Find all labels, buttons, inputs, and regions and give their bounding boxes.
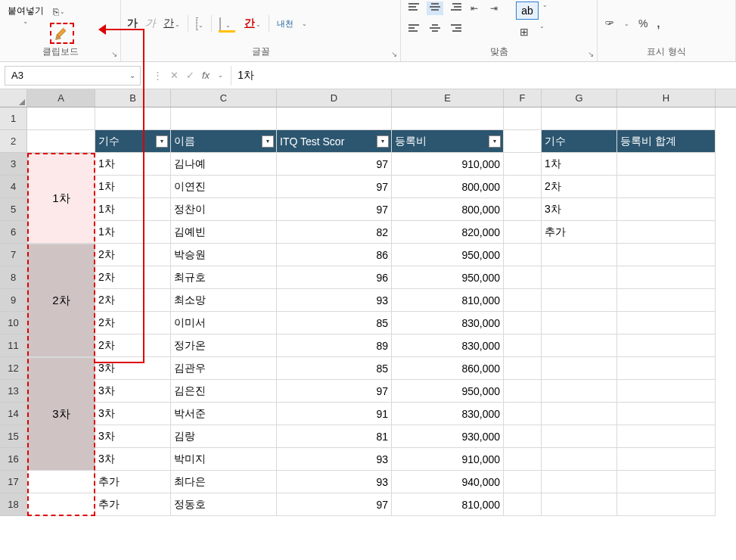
row-header[interactable]: 18 [0, 493, 27, 516]
align-left-button[interactable] [407, 23, 424, 36]
percent-format-button[interactable]: % [638, 17, 647, 30]
row-header[interactable]: 6 [0, 221, 27, 244]
align-middle-button[interactable] [427, 2, 443, 15]
col-header-B[interactable]: B [95, 89, 171, 107]
align-bottom-button[interactable] [446, 2, 463, 15]
copy-button[interactable]: ⎘⌄ [50, 3, 68, 20]
row-header[interactable]: 16 [0, 448, 27, 471]
name-box-value: A3 [11, 70, 23, 81]
accept-formula-icon[interactable]: ✓ [186, 70, 194, 81]
chevron-down-icon: ⌄ [23, 17, 29, 25]
align-center-button[interactable] [427, 23, 443, 36]
comma-format-button[interactable]: , [657, 17, 660, 30]
increase-indent-button[interactable]: ⇥ [486, 2, 502, 15]
paste-label: 붙여넣기 [8, 5, 44, 17]
col-header-D[interactable]: D [277, 89, 392, 107]
row-header[interactable]: 8 [0, 266, 27, 289]
font-color-button[interactable]: 간 [244, 17, 255, 29]
annotation-arrow-horizontal2 [95, 362, 144, 363]
copy-icon: ⎘ [53, 6, 59, 17]
ribbon-group-font: 가 가 간⌄ ⌄ ⌄ 간⌄ 내천⌄ 글꼴 ↘ [121, 0, 401, 61]
row-header[interactable]: 11 [0, 334, 27, 357]
paste-button[interactable]: 붙여넣기 ⌄ [6, 3, 45, 44]
row-header[interactable]: 13 [0, 380, 27, 403]
row-header[interactable]: 5 [0, 198, 27, 221]
chevron-down-icon[interactable]: ⌄ [129, 71, 135, 79]
col-header-E[interactable]: E [392, 89, 504, 107]
paintbrush-icon [54, 26, 70, 41]
row-headers: 1 2 3 4 5 6 7 8 9 10 11 12 13 14 15 16 1… [0, 107, 27, 516]
name-box[interactable]: A3 ⌄ [5, 66, 141, 86]
border-button[interactable] [196, 17, 197, 30]
row-header[interactable]: 14 [0, 403, 27, 425]
table-header: 등록비 합계 [617, 130, 716, 153]
align-top-button[interactable] [407, 2, 424, 15]
merged-cell-group3[interactable]: 3차 [27, 357, 95, 471]
row-header[interactable]: 12 [0, 357, 27, 380]
cells-area[interactable]: 기수▾ 이름▾ ITQ Test Scor▾ 등록비▾ 기수 등록비 합계 1차… [27, 107, 716, 516]
table-header: 기수 [542, 130, 617, 153]
table-header: ITQ Test Scor▾ [277, 130, 392, 153]
filter-button[interactable]: ▾ [156, 135, 168, 148]
row-header[interactable]: 17 [0, 471, 27, 493]
accounting-format-button[interactable]: 🖙 [604, 17, 614, 30]
annotation-arrow-horizontal [104, 29, 144, 30]
table-header: 등록비▾ [392, 130, 504, 153]
col-header-H[interactable]: H [617, 89, 716, 107]
filter-button[interactable]: ▾ [377, 135, 389, 148]
column-headers: A B C D E F G H [0, 89, 736, 107]
merged-cell-group2[interactable]: 2차 [27, 244, 95, 357]
table-header: 이름▾ [171, 130, 277, 153]
ribbon-group-numfmt: 🖙⌄ % , 표시 형식 [598, 0, 736, 61]
align-group-label: 맞춤 [407, 45, 591, 60]
row-header[interactable]: 15 [0, 425, 27, 448]
clipboard-expand-icon[interactable]: ↘ [111, 50, 117, 58]
row-header[interactable]: 9 [0, 289, 27, 312]
underline-button[interactable]: 간 [163, 17, 174, 29]
fill-color-button[interactable] [219, 17, 221, 30]
row-header[interactable]: 4 [0, 176, 27, 198]
align-expand-icon[interactable]: ↘ [588, 50, 594, 58]
ribbon-group-align: ⇤ ⇥ ab⌄ ⊞⌄ 맞춤 ↘ [401, 0, 598, 61]
fx-icon[interactable]: fx [202, 70, 210, 81]
col-header-A[interactable]: A [27, 89, 95, 107]
italic-button[interactable]: 가 [145, 17, 156, 30]
phonetic-guide-button[interactable]: 내천 [277, 18, 293, 30]
table-header: 기수▾ [95, 130, 171, 153]
decrease-indent-button[interactable]: ⇤ [466, 2, 483, 15]
col-header-G[interactable]: G [542, 89, 617, 107]
col-header-F[interactable]: F [504, 89, 542, 107]
merge-cells-button[interactable]: ⊞ [513, 23, 536, 41]
row-header[interactable]: 1 [0, 107, 27, 130]
row-header[interactable]: 7 [0, 244, 27, 266]
spreadsheet-grid: A B C D E F G H 1 2 3 4 5 6 7 8 9 10 11 … [0, 89, 736, 516]
formula-bar: A3 ⌄ ⋮ ✕ ✓ fx⌄ [0, 62, 736, 89]
formula-bar-options-icon[interactable]: ⋮ [153, 70, 163, 81]
filter-button[interactable]: ▾ [262, 135, 274, 148]
annotation-arrow-vertical [143, 29, 144, 363]
font-group-label: 글꼴 [127, 45, 394, 60]
format-painter-button[interactable] [50, 23, 74, 44]
font-expand-icon[interactable]: ↘ [391, 50, 397, 58]
select-all-corner[interactable] [0, 89, 27, 107]
formula-input[interactable] [231, 66, 736, 86]
clipboard-group-label: 클립보드 [6, 45, 114, 60]
ribbon: 붙여넣기 ⌄ ⎘⌄ 클립보드 ↘ 가 가 간⌄ ⌄ ⌄ 간⌄ [0, 0, 736, 62]
align-right-button[interactable] [446, 23, 463, 36]
row-header[interactable]: 10 [0, 312, 27, 334]
merged-cell-group1[interactable]: 1차 [27, 153, 95, 244]
col-header-C[interactable]: C [171, 89, 277, 107]
filter-button[interactable]: ▾ [489, 135, 501, 148]
wrap-text-button[interactable]: ab [516, 2, 539, 20]
annotation-arrow-head [98, 24, 106, 35]
numfmt-group-label: 표시 형식 [604, 45, 729, 60]
row-header[interactable]: 2 [0, 130, 27, 153]
row-header[interactable]: 3 [0, 153, 27, 176]
cancel-formula-icon[interactable]: ✕ [170, 70, 179, 81]
